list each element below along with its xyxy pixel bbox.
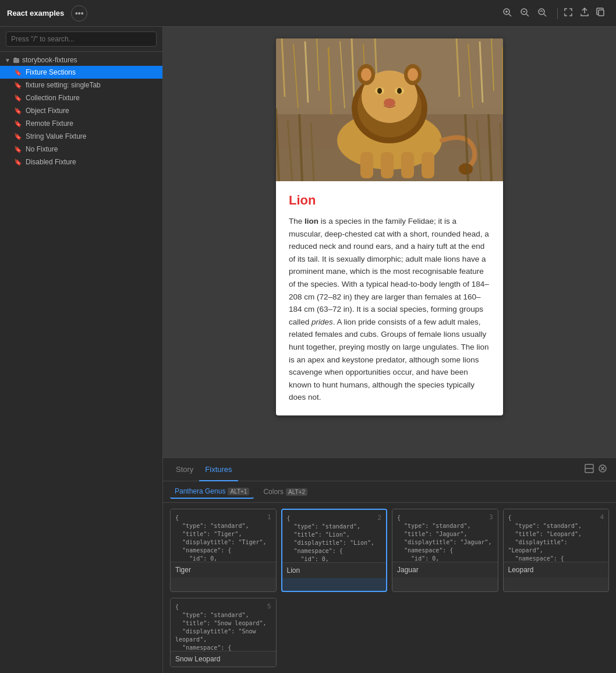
fixture-tab-colors-label: Colors — [263, 488, 284, 496]
sidebar-item-collection-fixture[interactable]: 🔖 Collection Fixture — [0, 91, 162, 104]
fixture-card-code-jaguar: 3 { "type": "standard", "title": "Jaguar… — [392, 509, 498, 562]
fixture-card-label-tiger: Tiger — [171, 562, 276, 577]
fixture-card-leopard[interactable]: 4 { "type": "standard", "title": "Leopar… — [503, 509, 610, 592]
fixture-tab-colors-alt: ALT+2 — [286, 488, 307, 496]
svg-rect-41 — [360, 152, 373, 178]
sidebar-root-label: storybook-fixtures — [22, 56, 77, 64]
svg-rect-10 — [13, 58, 19, 63]
top-toolbar: React examples ••• — [0, 0, 616, 27]
lion-description: The lion is a species in the family Feli… — [289, 215, 490, 404]
svg-rect-42 — [381, 152, 394, 178]
fixture-card-tiger[interactable]: 1 { "type": "standard", "title": "Tiger"… — [170, 509, 277, 592]
search-input[interactable] — [6, 31, 157, 47]
card-number: 2 — [377, 513, 381, 522]
fixture-card-snow-leopard[interactable]: 5 { "type": "standard", "title": "Snow l… — [170, 598, 277, 667]
menu-dots-button[interactable]: ••• — [71, 5, 87, 22]
zoom-reset-button[interactable] — [534, 5, 550, 22]
sidebar-item-label: fixture setting: singleTab — [26, 81, 101, 89]
sidebar-item-remote-fixture[interactable]: 🔖 Remote Fixture — [0, 117, 162, 130]
svg-line-5 — [526, 14, 529, 16]
lion-info: Lion The lion is a species in the family… — [276, 181, 503, 415]
sidebar-item-label: Disabled Fixture — [26, 158, 76, 166]
bookmark-icon: 🔖 — [14, 158, 22, 166]
fixture-card-label-snow-leopard: Snow Leopard — [171, 651, 276, 667]
app-title: React examples — [7, 9, 64, 17]
fixture-code-pre: { "type": "standard", "title": "Jaguar",… — [397, 514, 493, 562]
card-number: 5 — [267, 602, 271, 611]
fixture-code-pre: { "type": "standard", "title": "Lion", "… — [287, 515, 382, 562]
search-bar — [0, 27, 162, 52]
fixture-code-pre: { "type": "standard", "title": "Leopard"… — [508, 514, 604, 562]
tab-story[interactable]: Story — [170, 458, 199, 481]
sidebar-item-fixture-setting[interactable]: 🔖 fixture setting: singleTab — [0, 79, 162, 91]
sidebar-tree: ▼ storybook-fixtures 🔖 Fixture Sections … — [0, 52, 162, 673]
tree-arrow-icon: ▼ — [5, 57, 10, 64]
expand-button[interactable] — [560, 5, 576, 22]
lion-image — [276, 38, 503, 181]
fixture-tab-panthera-alt: ALT+1 — [228, 488, 249, 495]
fixture-code-pre: { "type": "standard", "title": "Snow leo… — [175, 603, 271, 651]
svg-point-36 — [384, 98, 395, 107]
svg-line-1 — [509, 14, 511, 16]
bookmark-icon: 🔖 — [14, 107, 22, 115]
fixture-card-label-lion: Lion — [282, 562, 387, 578]
folder-icon — [13, 57, 20, 64]
svg-rect-44 — [422, 152, 434, 178]
fixture-grid-row2: 5 { "type": "standard", "title": "Snow l… — [163, 598, 616, 673]
sidebar-item-label: Object Fixture — [26, 107, 69, 115]
svg-rect-43 — [401, 152, 414, 178]
zoom-controls — [499, 5, 550, 22]
fixture-card-lion[interactable]: 2 { "type": "standard", "title": "Lion",… — [281, 509, 388, 592]
tab-fixtures[interactable]: Fixtures — [199, 458, 238, 481]
fixture-card-label-jaguar: Jaguar — [392, 562, 498, 577]
share-button[interactable] — [576, 5, 593, 22]
sidebar-root-item[interactable]: ▼ storybook-fixtures — [0, 54, 162, 66]
card-number: 4 — [600, 513, 604, 522]
main-layout: ▼ storybook-fixtures 🔖 Fixture Sections … — [0, 27, 616, 673]
card-number: 1 — [267, 513, 271, 522]
card-number: 3 — [489, 513, 493, 522]
fixture-code-pre: { "type": "standard", "title": "Tiger", … — [175, 514, 271, 562]
svg-point-40 — [408, 68, 418, 81]
svg-point-45 — [459, 163, 473, 175]
bookmark-icon: 🔖 — [14, 120, 22, 128]
bookmark-icon: 🔖 — [14, 94, 22, 102]
fixture-card-label-leopard: Leopard — [504, 562, 609, 577]
fixture-card-code-lion: 2 { "type": "standard", "title": "Lion",… — [282, 510, 387, 562]
lion-name: Lion — [289, 193, 490, 208]
sidebar-item-object-fixture[interactable]: 🔖 Object Fixture — [0, 104, 162, 117]
svg-point-7 — [539, 9, 544, 15]
copy-button[interactable] — [593, 5, 609, 22]
fixture-tab-panthera[interactable]: Panthera Genus ALT+1 — [170, 485, 254, 499]
sidebar-item-label: Collection Fixture — [26, 94, 80, 102]
fixture-tab-colors[interactable]: Colors ALT+2 — [259, 485, 312, 498]
panel-close-button[interactable] — [596, 462, 609, 477]
sidebar-item-string-value-fixture[interactable]: 🔖 String Value Fixture — [0, 130, 162, 143]
sidebar-item-fixture-sections[interactable]: 🔖 Fixture Sections — [0, 66, 162, 79]
bookmark-icon: 🔖 — [14, 82, 22, 89]
svg-point-38 — [361, 68, 371, 81]
svg-point-34 — [377, 88, 382, 94]
bookmark-icon: 🔖 — [14, 69, 22, 76]
content-area: Lion The lion is a species in the family… — [163, 27, 616, 673]
sidebar-item-label: Remote Fixture — [26, 119, 73, 128]
main-tab-row: Story Fixtures — [163, 458, 616, 481]
sidebar: ▼ storybook-fixtures 🔖 Fixture Sections … — [0, 27, 163, 673]
bookmark-icon: 🔖 — [14, 133, 22, 140]
zoom-in-button[interactable] — [499, 5, 515, 22]
fixture-card-code-snow-leopard: 5 { "type": "standard", "title": "Snow l… — [171, 598, 276, 651]
svg-line-8 — [544, 14, 546, 16]
fixture-card-code-leopard: 4 { "type": "standard", "title": "Leopar… — [504, 509, 609, 562]
svg-point-35 — [397, 88, 402, 94]
fixture-card-jaguar[interactable]: 3 { "type": "standard", "title": "Jaguar… — [392, 509, 498, 592]
fixture-grid: 1 { "type": "standard", "title": "Tiger"… — [163, 503, 616, 598]
sidebar-item-no-fixture[interactable]: 🔖 No Fixture — [0, 143, 162, 156]
svg-rect-9 — [599, 10, 604, 16]
sidebar-item-disabled-fixture[interactable]: 🔖 Disabled Fixture — [0, 156, 162, 168]
zoom-out-button[interactable] — [516, 5, 533, 22]
sidebar-item-label: No Fixture — [26, 145, 58, 153]
sidebar-item-label: Fixture Sections — [26, 68, 76, 76]
panel-view-button[interactable] — [582, 461, 596, 478]
bottom-panel: Story Fixtures — [163, 457, 616, 673]
preview-area: Lion The lion is a species in the family… — [163, 27, 616, 457]
